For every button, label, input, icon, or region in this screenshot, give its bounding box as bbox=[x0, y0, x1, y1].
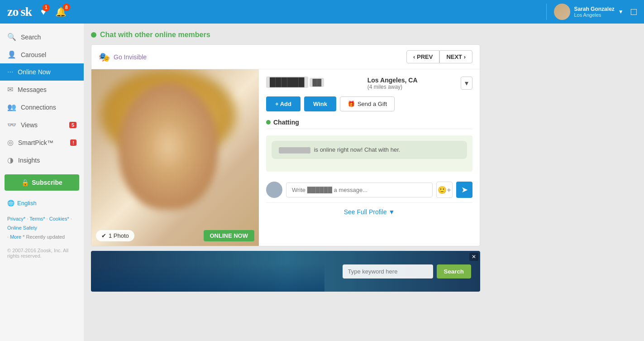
ad-banner: ✕ Search bbox=[91, 251, 480, 292]
language-label: English bbox=[17, 200, 37, 207]
face-layer bbox=[119, 83, 218, 210]
sidebar-item-search[interactable]: 🔍 Search bbox=[0, 28, 84, 46]
user-dropdown-icon[interactable]: ▼ bbox=[618, 9, 624, 15]
ad-submit-button[interactable]: Search bbox=[437, 264, 471, 279]
sidebar-item-insights[interactable]: ◑ Insights bbox=[0, 151, 84, 169]
see-full-profile-link[interactable]: See Full Profile ▼ bbox=[344, 208, 395, 216]
mask-icon: 🎭 bbox=[99, 52, 110, 62]
views-icon: 👓 bbox=[7, 120, 16, 129]
subscribe-label: Subscribe bbox=[32, 179, 62, 186]
see-full-profile-label: See Full Profile bbox=[344, 208, 387, 216]
online-header: Chat with other online members bbox=[91, 31, 637, 39]
chat-user-avatar bbox=[266, 182, 282, 198]
checkmark-icon: ✔ bbox=[101, 232, 106, 239]
profile-age: ██ bbox=[310, 78, 324, 87]
chat-username-blur bbox=[279, 147, 310, 154]
terms-link[interactable]: Terms* bbox=[29, 216, 45, 221]
privacy-link[interactable]: Privacy* bbox=[7, 216, 25, 221]
globe-icon: 🌐 bbox=[7, 200, 14, 207]
action-buttons: + Add Wink 🎁 Send a Gift bbox=[266, 96, 472, 111]
emoji-button[interactable]: 🙂+ bbox=[436, 182, 453, 198]
subscribe-button[interactable]: 🔒 Subscribe bbox=[5, 174, 79, 191]
online-now-badge: ONLINE NOW bbox=[204, 230, 255, 241]
views-badge: 5 bbox=[69, 122, 76, 128]
language-selector[interactable]: 🌐 English bbox=[0, 196, 84, 210]
chat-input[interactable] bbox=[286, 183, 433, 197]
sidebar: 🔍 Search 👤 Carousel ··· Online Now ✉ Mes… bbox=[0, 24, 84, 341]
chat-area: is online right now! Chat with her. bbox=[266, 135, 472, 172]
sidebar-item-carousel[interactable]: 👤 Carousel bbox=[0, 46, 84, 63]
messages-header-button[interactable]: □ bbox=[631, 6, 637, 18]
go-invisible-label: Go Invisible bbox=[114, 53, 147, 61]
see-full-profile-arrow: ▼ bbox=[388, 208, 395, 216]
chatting-label: Chatting bbox=[273, 119, 299, 126]
chatting-status: Chatting bbox=[266, 116, 472, 129]
main-content: Chat with other online members 🎭 Go Invi… bbox=[84, 24, 644, 341]
smartpick-icon: ◎ bbox=[7, 138, 14, 147]
sidebar-item-label: Connections bbox=[21, 104, 56, 111]
ad-input-area: Search bbox=[343, 264, 471, 279]
profile-top: ██████ ██ Los Angeles, CA (4 miles away)… bbox=[266, 77, 472, 90]
header: zo●sk ♥ 1 🔔 8 Sarah Gonzalez Los Angeles… bbox=[0, 0, 644, 24]
layout: 🔍 Search 👤 Carousel ··· Online Now ✉ Mes… bbox=[0, 24, 644, 341]
profile-name-area: ██████ ██ bbox=[266, 77, 324, 90]
cookies-link[interactable]: Cookies* bbox=[49, 216, 69, 221]
sidebar-item-online-now[interactable]: ··· Online Now bbox=[0, 63, 84, 81]
send-icon: ➤ bbox=[461, 185, 468, 195]
hearts-notification-button[interactable]: ♥ 1 bbox=[41, 7, 46, 17]
profile-location-area: Los Angeles, CA (4 miles away) bbox=[367, 77, 418, 90]
sidebar-item-smartpick[interactable]: ◎ SmartPick™ ! bbox=[0, 134, 84, 151]
logo: zo●sk bbox=[7, 5, 32, 19]
ad-skyline bbox=[91, 251, 324, 292]
send-gift-button[interactable]: 🎁 Send a Gift bbox=[340, 96, 395, 111]
user-section: Sarah Gonzalez Los Angeles ▼ bbox=[546, 4, 623, 20]
connections-icon: 👥 bbox=[7, 103, 16, 111]
more-link[interactable]: More bbox=[10, 234, 21, 240]
search-icon: 🔍 bbox=[7, 33, 16, 41]
photo-count-button[interactable]: ✔ 1 Photo bbox=[96, 230, 134, 241]
chat-input-row: 🙂+ ➤ bbox=[266, 182, 472, 198]
sidebar-item-messages[interactable]: ✉ Messages bbox=[0, 81, 84, 98]
bell-notification-button[interactable]: 🔔 8 bbox=[55, 6, 67, 17]
copyright: © 2007-2016 Zoosk, Inc. All rights reser… bbox=[0, 246, 84, 260]
chatting-dot bbox=[266, 120, 271, 125]
go-invisible-button[interactable]: 🎭 Go Invisible bbox=[99, 52, 147, 62]
profile-distance: (4 miles away) bbox=[367, 84, 418, 90]
wink-button[interactable]: Wink bbox=[304, 96, 336, 111]
nav-buttons: ‹ PREV NEXT › bbox=[406, 50, 472, 63]
send-button[interactable]: ➤ bbox=[456, 182, 472, 198]
add-button[interactable]: + Add bbox=[266, 96, 301, 111]
online-header-text: Chat with other online members bbox=[100, 31, 210, 39]
next-button[interactable]: NEXT › bbox=[439, 50, 472, 63]
sidebar-item-label: Search bbox=[21, 34, 41, 41]
gift-icon: 🎁 bbox=[348, 101, 355, 107]
bell-badge: 8 bbox=[63, 4, 70, 11]
chat-bubble: is online right now! Chat with her. bbox=[272, 141, 467, 159]
avatar bbox=[554, 4, 570, 20]
profile-photo bbox=[91, 69, 259, 246]
online-safety-link[interactable]: Online Safety bbox=[7, 225, 37, 231]
chat-system-message: is online right now! Chat with her. bbox=[314, 146, 401, 153]
emoji-icon: 🙂+ bbox=[438, 186, 451, 194]
card-header: 🎭 Go Invisible ‹ PREV NEXT › bbox=[91, 45, 480, 69]
hearts-badge: 1 bbox=[43, 4, 50, 11]
sidebar-item-label: Views bbox=[21, 121, 38, 129]
logo-badge: ● bbox=[18, 7, 20, 12]
footer-links: Privacy* · Terms* · Cookies* · Online Sa… bbox=[0, 210, 84, 246]
online-indicator bbox=[91, 32, 96, 38]
sidebar-item-connections[interactable]: 👥 Connections bbox=[0, 98, 84, 116]
recently-updated-label: * Recently updated bbox=[23, 234, 65, 240]
lock-icon: 🔒 bbox=[21, 179, 29, 186]
smartpick-badge: ! bbox=[70, 139, 76, 146]
user-name-area: Sarah Gonzalez Los Angeles bbox=[574, 6, 614, 18]
profile-location: Los Angeles, CA bbox=[367, 77, 418, 84]
photo-bottom: ✔ 1 Photo ONLINE NOW bbox=[96, 230, 254, 241]
user-name: Sarah Gonzalez bbox=[574, 6, 614, 12]
sidebar-item-views[interactable]: 👓 Views 5 bbox=[0, 116, 84, 134]
ad-search-input[interactable] bbox=[343, 264, 433, 279]
prev-button[interactable]: ‹ PREV bbox=[406, 50, 439, 63]
ad-close-button[interactable]: ✕ bbox=[469, 253, 478, 261]
profile-dropdown-button[interactable]: ▾ bbox=[461, 77, 472, 90]
sidebar-item-label: Online Now bbox=[18, 68, 50, 76]
send-gift-label: Send a Gift bbox=[358, 101, 387, 107]
